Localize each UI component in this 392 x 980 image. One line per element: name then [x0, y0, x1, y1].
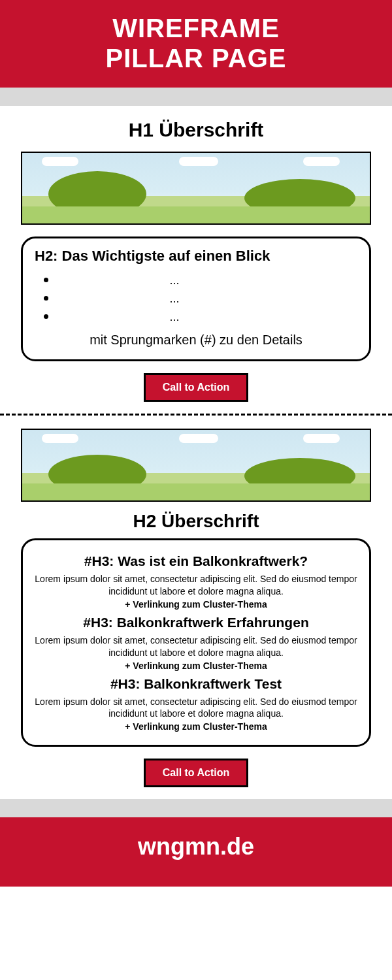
text-2: Lorem ipsum dolor sit amet, consectetur … [33, 634, 359, 659]
cluster-link-2[interactable]: + Verlinkung zum Cluster-Thema [33, 661, 359, 671]
h3-2: #H3: Balkonkraftwerk Erfahrungen [33, 615, 359, 630]
header-line-1: WIREFRAME [0, 13, 392, 43]
page-header: WIREFRAME PILLAR PAGE [0, 0, 392, 88]
bullet-2: ... [57, 289, 357, 306]
h3-1: #H3: Was ist ein Balkonkraftwerk? [33, 553, 359, 569]
page-footer: wngmn.de [0, 817, 392, 887]
overview-bullets: ... ... ... [35, 271, 357, 325]
header-line-2: PILLAR PAGE [0, 43, 392, 73]
cluster-link-3[interactable]: + Verlinkung zum Cluster-Thema [33, 721, 359, 732]
h2-heading: H2 Überschrift [21, 511, 371, 532]
landscape-image-2 [21, 429, 371, 502]
gray-bar-bottom [0, 799, 392, 817]
h3-3: #H3: Balkonkraftwerk Test [33, 676, 359, 692]
cluster-link-1[interactable]: + Verlinkung zum Cluster-Thema [33, 599, 359, 610]
h1-heading: H1 Überschrift [21, 119, 371, 141]
bullet-3: ... [57, 308, 357, 325]
cta-button-2[interactable]: Call to Action [144, 759, 249, 787]
overview-h2: H2: Das Wichtigste auf einen Blick [35, 248, 357, 265]
text-1: Lorem ipsum dolor sit amet, consectetur … [33, 573, 359, 598]
jump-note: mit Sprungmarken (#) zu den Details [35, 333, 357, 348]
overview-box: H2: Das Wichtigste auf einen Blick ... .… [21, 237, 371, 361]
section-2: H2 Überschrift #H3: Was ist ein Balkonkr… [0, 416, 392, 799]
landscape-image-1 [21, 152, 371, 225]
content-box: #H3: Was ist ein Balkonkraftwerk? Lorem … [21, 538, 371, 747]
cta-button-1[interactable]: Call to Action [144, 373, 249, 402]
text-3: Lorem ipsum dolor sit amet, consectetur … [33, 696, 359, 721]
section-1: H1 Überschrift H2: Das Wichtigste auf ei… [0, 106, 392, 414]
gray-bar-top [0, 88, 392, 106]
footer-text: wngmn.de [138, 833, 254, 860]
bullet-1: ... [57, 271, 357, 288]
